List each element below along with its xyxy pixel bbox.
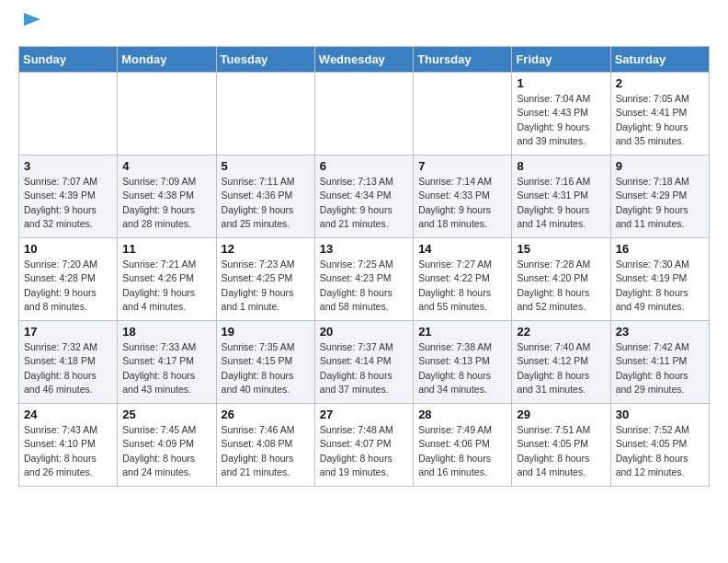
calendar-cell: 10Sunrise: 7:20 AM Sunset: 4:28 PM Dayli… bbox=[19, 238, 118, 321]
calendar-cell: 23Sunrise: 7:42 AM Sunset: 4:11 PM Dayli… bbox=[610, 321, 709, 404]
day-info: Sunrise: 7:20 AM Sunset: 4:28 PM Dayligh… bbox=[24, 259, 97, 312]
day-info: Sunrise: 7:11 AM Sunset: 4:36 PM Dayligh… bbox=[222, 176, 295, 229]
day-number: 5 bbox=[222, 159, 310, 173]
header-area bbox=[18, 15, 710, 37]
day-info: Sunrise: 7:28 AM Sunset: 4:20 PM Dayligh… bbox=[517, 259, 590, 312]
calendar-cell: 27Sunrise: 7:48 AM Sunset: 4:07 PM Dayli… bbox=[314, 404, 413, 487]
calendar-cell: 7Sunrise: 7:14 AM Sunset: 4:33 PM Daylig… bbox=[414, 155, 512, 238]
calendar-cell: 1Sunrise: 7:04 AM Sunset: 4:43 PM Daylig… bbox=[512, 73, 610, 155]
calendar-cell: 16Sunrise: 7:30 AM Sunset: 4:19 PM Dayli… bbox=[610, 238, 709, 321]
day-number: 6 bbox=[320, 159, 408, 173]
calendar-cell: 22Sunrise: 7:40 AM Sunset: 4:12 PM Dayli… bbox=[512, 321, 610, 404]
calendar-cell bbox=[19, 73, 118, 155]
day-number: 4 bbox=[122, 159, 210, 173]
day-info: Sunrise: 7:46 AM Sunset: 4:08 PM Dayligh… bbox=[222, 424, 295, 477]
weekday-header: Thursday bbox=[414, 47, 512, 73]
day-info: Sunrise: 7:37 AM Sunset: 4:14 PM Dayligh… bbox=[320, 341, 393, 395]
day-number: 12 bbox=[222, 242, 310, 256]
day-info: Sunrise: 7:09 AM Sunset: 4:38 PM Dayligh… bbox=[122, 176, 196, 229]
calendar-cell: 19Sunrise: 7:35 AM Sunset: 4:15 PM Dayli… bbox=[216, 321, 314, 404]
day-info: Sunrise: 7:14 AM Sunset: 4:33 PM Dayligh… bbox=[418, 176, 492, 229]
weekday-header: Tuesday bbox=[216, 47, 314, 73]
day-number: 13 bbox=[320, 242, 408, 256]
weekday-header: Friday bbox=[512, 47, 610, 73]
logo-arrow-icon bbox=[22, 9, 42, 29]
day-info: Sunrise: 7:40 AM Sunset: 4:12 PM Dayligh… bbox=[517, 341, 590, 395]
day-number: 8 bbox=[517, 159, 605, 173]
day-number: 24 bbox=[24, 408, 112, 421]
day-number: 18 bbox=[122, 325, 210, 339]
day-number: 20 bbox=[320, 325, 408, 339]
day-number: 3 bbox=[24, 159, 112, 173]
calendar-cell: 9Sunrise: 7:18 AM Sunset: 4:29 PM Daylig… bbox=[610, 155, 709, 238]
day-info: Sunrise: 7:42 AM Sunset: 4:11 PM Dayligh… bbox=[616, 341, 689, 395]
day-number: 29 bbox=[517, 408, 605, 421]
day-number: 16 bbox=[616, 242, 704, 256]
calendar-cell: 18Sunrise: 7:33 AM Sunset: 4:17 PM Dayli… bbox=[118, 321, 216, 404]
day-info: Sunrise: 7:35 AM Sunset: 4:15 PM Dayligh… bbox=[222, 341, 295, 395]
calendar-week-row: 1Sunrise: 7:04 AM Sunset: 4:43 PM Daylig… bbox=[19, 73, 710, 155]
calendar-table: SundayMondayTuesdayWednesdayThursdayFrid… bbox=[18, 46, 710, 487]
day-number: 25 bbox=[122, 408, 210, 421]
calendar-cell: 15Sunrise: 7:28 AM Sunset: 4:20 PM Dayli… bbox=[512, 238, 610, 321]
day-number: 19 bbox=[222, 325, 310, 339]
day-info: Sunrise: 7:51 AM Sunset: 4:05 PM Dayligh… bbox=[517, 424, 590, 477]
day-number: 22 bbox=[517, 325, 605, 339]
weekday-header: Sunday bbox=[19, 47, 118, 73]
day-info: Sunrise: 7:32 AM Sunset: 4:18 PM Dayligh… bbox=[24, 341, 97, 395]
calendar-cell: 29Sunrise: 7:51 AM Sunset: 4:05 PM Dayli… bbox=[512, 404, 610, 487]
calendar-cell: 30Sunrise: 7:52 AM Sunset: 4:05 PM Dayli… bbox=[610, 404, 709, 487]
calendar-week-row: 24Sunrise: 7:43 AM Sunset: 4:10 PM Dayli… bbox=[19, 404, 710, 487]
calendar-cell: 6Sunrise: 7:13 AM Sunset: 4:34 PM Daylig… bbox=[314, 155, 413, 238]
day-number: 11 bbox=[122, 242, 210, 256]
calendar-cell: 11Sunrise: 7:21 AM Sunset: 4:26 PM Dayli… bbox=[118, 238, 216, 321]
day-number: 14 bbox=[418, 242, 506, 256]
calendar-cell: 20Sunrise: 7:37 AM Sunset: 4:14 PM Dayli… bbox=[314, 321, 413, 404]
day-info: Sunrise: 7:49 AM Sunset: 4:06 PM Dayligh… bbox=[418, 424, 492, 477]
day-number: 15 bbox=[517, 242, 605, 256]
calendar-cell: 13Sunrise: 7:25 AM Sunset: 4:23 PM Dayli… bbox=[314, 238, 413, 321]
day-info: Sunrise: 7:07 AM Sunset: 4:39 PM Dayligh… bbox=[24, 176, 97, 229]
calendar-cell: 28Sunrise: 7:49 AM Sunset: 4:06 PM Dayli… bbox=[414, 404, 512, 487]
calendar-cell: 17Sunrise: 7:32 AM Sunset: 4:18 PM Dayli… bbox=[19, 321, 118, 404]
day-info: Sunrise: 7:18 AM Sunset: 4:29 PM Dayligh… bbox=[616, 176, 689, 229]
calendar-cell: 8Sunrise: 7:16 AM Sunset: 4:31 PM Daylig… bbox=[512, 155, 610, 238]
logo bbox=[18, 15, 42, 37]
calendar-cell bbox=[314, 73, 413, 155]
calendar-week-row: 10Sunrise: 7:20 AM Sunset: 4:28 PM Dayli… bbox=[19, 238, 710, 321]
day-number: 27 bbox=[320, 408, 408, 421]
day-info: Sunrise: 7:05 AM Sunset: 4:41 PM Dayligh… bbox=[616, 93, 689, 146]
calendar-cell: 21Sunrise: 7:38 AM Sunset: 4:13 PM Dayli… bbox=[414, 321, 512, 404]
day-info: Sunrise: 7:23 AM Sunset: 4:25 PM Dayligh… bbox=[222, 259, 295, 312]
day-number: 9 bbox=[616, 159, 704, 173]
day-info: Sunrise: 7:27 AM Sunset: 4:22 PM Dayligh… bbox=[418, 259, 492, 312]
calendar-cell: 24Sunrise: 7:43 AM Sunset: 4:10 PM Dayli… bbox=[19, 404, 118, 487]
day-info: Sunrise: 7:48 AM Sunset: 4:07 PM Dayligh… bbox=[320, 424, 393, 477]
day-number: 10 bbox=[24, 242, 112, 256]
day-number: 2 bbox=[616, 76, 704, 90]
day-number: 1 bbox=[517, 76, 605, 90]
day-info: Sunrise: 7:33 AM Sunset: 4:17 PM Dayligh… bbox=[122, 341, 196, 395]
calendar-cell: 12Sunrise: 7:23 AM Sunset: 4:25 PM Dayli… bbox=[216, 238, 314, 321]
day-info: Sunrise: 7:30 AM Sunset: 4:19 PM Dayligh… bbox=[616, 259, 689, 312]
day-info: Sunrise: 7:04 AM Sunset: 4:43 PM Dayligh… bbox=[517, 93, 590, 146]
day-number: 21 bbox=[418, 325, 506, 339]
calendar-cell: 2Sunrise: 7:05 AM Sunset: 4:41 PM Daylig… bbox=[610, 73, 709, 155]
calendar-cell: 5Sunrise: 7:11 AM Sunset: 4:36 PM Daylig… bbox=[216, 155, 314, 238]
day-info: Sunrise: 7:21 AM Sunset: 4:26 PM Dayligh… bbox=[122, 259, 196, 312]
day-info: Sunrise: 7:25 AM Sunset: 4:23 PM Dayligh… bbox=[320, 259, 393, 312]
day-number: 23 bbox=[616, 325, 704, 339]
calendar-header-row: SundayMondayTuesdayWednesdayThursdayFrid… bbox=[19, 47, 710, 73]
day-info: Sunrise: 7:38 AM Sunset: 4:13 PM Dayligh… bbox=[418, 341, 492, 395]
day-number: 26 bbox=[222, 408, 310, 421]
calendar-cell: 14Sunrise: 7:27 AM Sunset: 4:22 PM Dayli… bbox=[414, 238, 512, 321]
calendar-cell: 4Sunrise: 7:09 AM Sunset: 4:38 PM Daylig… bbox=[118, 155, 216, 238]
day-number: 30 bbox=[616, 408, 704, 421]
calendar-cell: 26Sunrise: 7:46 AM Sunset: 4:08 PM Dayli… bbox=[216, 404, 314, 487]
page: SundayMondayTuesdayWednesdayThursdayFrid… bbox=[0, 0, 728, 501]
weekday-header: Monday bbox=[118, 47, 216, 73]
calendar-week-row: 3Sunrise: 7:07 AM Sunset: 4:39 PM Daylig… bbox=[19, 155, 710, 238]
weekday-header: Saturday bbox=[610, 47, 709, 73]
calendar-cell bbox=[118, 73, 216, 155]
svg-marker-0 bbox=[24, 13, 40, 26]
